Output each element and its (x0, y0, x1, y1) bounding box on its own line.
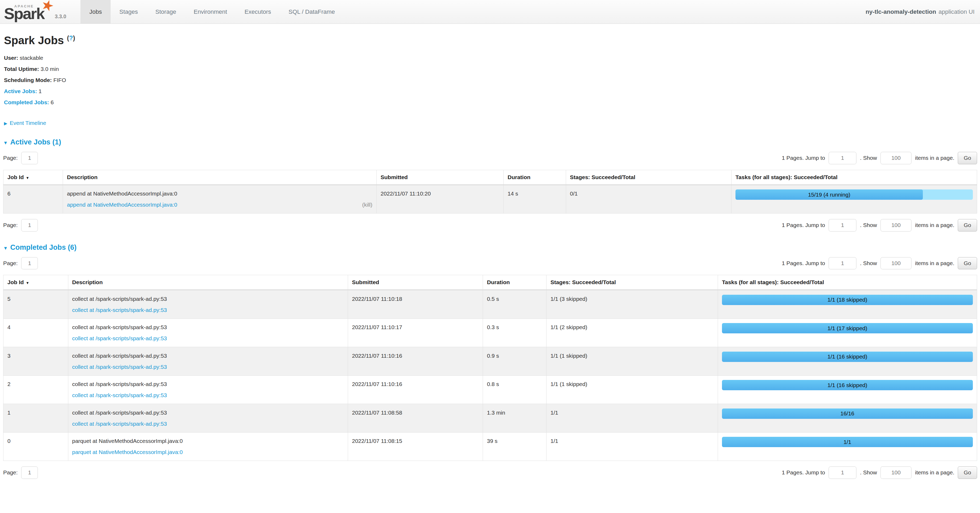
active-jobs-section-header[interactable]: ▼Active Jobs (1) (3, 138, 977, 146)
summary-scheduling-mode: Scheduling Mode: FIFO (4, 75, 977, 86)
job-description-text: collect at /spark-scripts/spark-ad.py:53 (72, 380, 344, 388)
completed-jobs-table: Job Id▼ Description Submitted Duration S… (3, 275, 977, 461)
job-duration-cell: 0.8 s (483, 375, 547, 404)
job-stages-cell: 1/1 (547, 432, 718, 461)
tab-jobs[interactable]: Jobs (80, 0, 111, 24)
column-header-job-id[interactable]: Job Id▼ (3, 275, 68, 290)
job-submitted-cell: 2022/11/07 11:10:18 (348, 290, 483, 319)
column-header-submitted[interactable]: Submitted (377, 170, 504, 185)
tasks-progress-fill: 1/1 (16 skipped) (722, 352, 973, 362)
tab-environment[interactable]: Environment (185, 0, 236, 24)
job-id-cell: 4 (3, 319, 68, 347)
tab-sql-dataframe[interactable]: SQL / DataFrame (280, 0, 344, 24)
page-number-input[interactable] (21, 257, 38, 270)
page-size-input[interactable] (880, 257, 912, 270)
summary-uptime-value: 3.0 min (40, 66, 59, 72)
items-per-page-label: items in a page. (915, 155, 955, 161)
go-button[interactable]: Go (958, 219, 977, 232)
go-button[interactable]: Go (958, 152, 977, 164)
job-tasks-cell: 1/1 (718, 432, 977, 461)
tasks-progress-bar: 1/1 (17 skipped) (722, 323, 973, 334)
job-stages-cell: 1/1 (1 skipped) (547, 347, 718, 376)
show-label: . Show (860, 222, 877, 228)
page-number-input[interactable] (21, 219, 38, 232)
job-description-link[interactable]: append at NativeMethodAccessorImpl.java:… (67, 200, 177, 209)
job-tasks-cell: 15/19 (4 running) (732, 185, 977, 213)
help-tooltip-link[interactable]: (?) (67, 34, 75, 41)
column-header-duration[interactable]: Duration (483, 275, 547, 290)
tab-storage[interactable]: Storage (146, 0, 185, 24)
tab-executors[interactable]: Executors (236, 0, 280, 24)
column-header-job-id[interactable]: Job Id▼ (3, 170, 63, 185)
job-id-cell: 3 (3, 347, 68, 376)
page-number-input[interactable] (21, 152, 38, 164)
tasks-progress-fill: 1/1 (16 skipped) (722, 380, 973, 390)
tasks-progress-bar: 1/1 (16 skipped) (722, 380, 973, 390)
job-duration-cell: 0.9 s (483, 347, 547, 376)
column-header-tasks[interactable]: Tasks (for all stages): Succeeded/Total (732, 170, 977, 185)
application-title: ny-tlc-anomaly-detection application UI (865, 0, 980, 24)
jump-to-page-input[interactable] (829, 257, 856, 270)
completed-jobs-title: Completed Jobs (6) (10, 243, 77, 251)
event-timeline-toggle[interactable]: ▶Event Timeline (4, 120, 977, 126)
pages-info-text: 1 Pages. Jump to (782, 155, 825, 161)
column-header-stages[interactable]: Stages: Succeeded/Total (547, 275, 718, 290)
pages-info-text: 1 Pages. Jump to (782, 260, 825, 267)
job-description-link[interactable]: collect at /spark-scripts/spark-ad.py:53 (72, 363, 167, 371)
active-job-row: 6 append at NativeMethodAccessorImpl.jav… (3, 185, 977, 213)
column-header-duration[interactable]: Duration (504, 170, 566, 185)
go-button[interactable]: Go (958, 257, 977, 270)
completed-job-row: 4 collect at /spark-scripts/spark-ad.py:… (3, 319, 977, 347)
summary-active-jobs-value: 1 (39, 88, 42, 94)
job-tasks-cell: 1/1 (16 skipped) (718, 375, 977, 404)
job-description-link[interactable]: collect at /spark-scripts/spark-ad.py:53 (72, 306, 167, 314)
summary-user-value: stackable (20, 55, 43, 61)
spark-version: 3.3.0 (55, 13, 66, 21)
sort-desc-icon: ▼ (25, 176, 29, 180)
job-tasks-cell: 1/1 (17 skipped) (718, 319, 977, 347)
kill-job-link[interactable]: (kill) (362, 200, 372, 209)
caret-down-icon: ▼ (3, 140, 8, 146)
logo-spark-text: Spark (4, 5, 44, 23)
summary-active-jobs-link[interactable]: Active Jobs: (4, 88, 37, 94)
page-size-input[interactable] (880, 219, 912, 232)
go-button[interactable]: Go (958, 467, 977, 479)
page-size-input[interactable] (880, 152, 912, 164)
job-description-link[interactable]: parquet at NativeMethodAccessorImpl.java… (72, 448, 183, 456)
pagination-row: Page: 1 Pages. Jump to . Show items in a… (3, 152, 977, 164)
job-description-text: append at NativeMethodAccessorImpl.java:… (67, 189, 372, 198)
completed-job-row: 5 collect at /spark-scripts/spark-ad.py:… (3, 290, 977, 319)
job-id-cell: 2 (3, 375, 68, 404)
job-duration-cell: 0.3 s (483, 319, 547, 347)
jump-to-page-input[interactable] (829, 219, 856, 232)
column-header-tasks[interactable]: Tasks (for all stages): Succeeded/Total (718, 275, 977, 290)
summary-completed-jobs-link[interactable]: Completed Jobs: (4, 99, 49, 105)
tab-stages[interactable]: Stages (111, 0, 146, 24)
summary-scheduling-label: Scheduling Mode: (4, 77, 52, 83)
summary-completed-jobs: Completed Jobs: 6 (4, 97, 977, 108)
job-description-text: collect at /spark-scripts/spark-ad.py:53 (72, 323, 344, 332)
job-description-link[interactable]: collect at /spark-scripts/spark-ad.py:53 (72, 391, 167, 400)
tasks-progress-fill: 1/1 (722, 437, 973, 447)
column-header-stages[interactable]: Stages: Succeeded/Total (566, 170, 732, 185)
job-description-link[interactable]: collect at /spark-scripts/spark-ad.py:53 (72, 419, 167, 428)
summary-uptime: Total Uptime: 3.0 min (4, 64, 977, 75)
page-title-text: Spark Jobs (4, 34, 64, 46)
completed-jobs-section-header[interactable]: ▼Completed Jobs (6) (3, 243, 977, 252)
help-question-icon[interactable]: ? (69, 34, 73, 41)
jump-to-page-input[interactable] (829, 152, 856, 164)
job-submitted-cell: 2022/11/07 11:08:15 (348, 432, 483, 461)
job-submitted-cell: 2022/11/07 11:10:16 (348, 347, 483, 376)
jump-to-page-input[interactable] (829, 467, 856, 479)
job-description-link[interactable]: collect at /spark-scripts/spark-ad.py:53 (72, 334, 167, 343)
column-header-submitted[interactable]: Submitted (348, 275, 483, 290)
column-header-description[interactable]: Description (63, 170, 377, 185)
spark-brand-logo[interactable]: APACHE Spark ★ 3.3.0 (0, 0, 70, 24)
pagination-row: Page: 1 Pages. Jump to . Show items in a… (3, 467, 977, 479)
column-header-description[interactable]: Description (68, 275, 348, 290)
page-size-input[interactable] (880, 467, 912, 479)
job-id-cell: 6 (3, 185, 63, 213)
page-label: Page: (3, 155, 18, 161)
tasks-progress-bar: 15/19 (4 running) (735, 189, 973, 200)
page-number-input[interactable] (21, 467, 38, 479)
